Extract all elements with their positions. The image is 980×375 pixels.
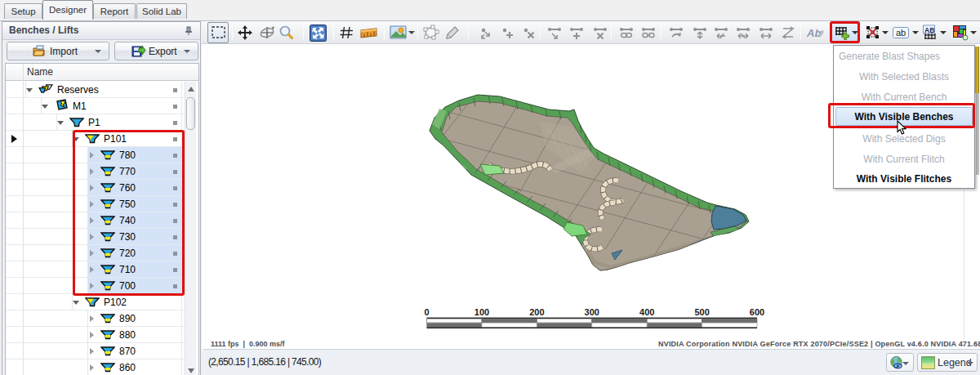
svg-text:Ab: Ab	[806, 27, 821, 39]
svg-text:400: 400	[639, 307, 654, 317]
svg-text:0: 0	[425, 307, 430, 317]
svg-text:600: 600	[750, 307, 764, 317]
svg-text:100: 100	[474, 307, 489, 317]
svg-text:AB: AB	[924, 26, 934, 34]
svg-text:300: 300	[585, 307, 599, 317]
svg-text:ab: ab	[896, 28, 906, 38]
svg-text:200: 200	[529, 307, 544, 317]
svg-text:500: 500	[694, 307, 709, 317]
